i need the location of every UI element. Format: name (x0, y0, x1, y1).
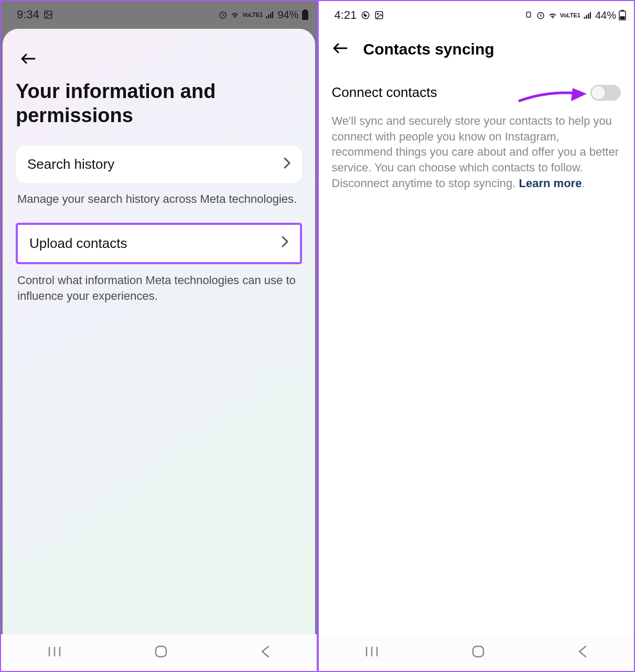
nav-back-button[interactable] (260, 644, 271, 661)
chevron-right-icon (281, 236, 288, 251)
phone-left: 9:34 VoLTE1 94% Your information and per… (0, 0, 318, 672)
image-icon (44, 10, 53, 19)
svg-rect-5 (270, 13, 271, 18)
svg-rect-19 (586, 15, 587, 19)
battery-pct: 44% (595, 9, 616, 21)
svg-rect-4 (268, 15, 270, 18)
toggle-knob (591, 85, 606, 100)
header: Contacts syncing (319, 27, 634, 74)
header-title: Contacts syncing (363, 40, 494, 58)
phone-right: 4:21 VoLTE1 44% Contacts syncing Connect… (318, 0, 636, 672)
svg-rect-7 (302, 10, 308, 20)
highlight-arrow-icon (516, 85, 589, 106)
svg-point-15 (378, 13, 379, 14)
lte-icon: VoLTE1 (242, 12, 263, 18)
search-history-label: Search history (27, 156, 114, 172)
search-history-desc: Manage your search history across Meta t… (16, 183, 302, 223)
time-text: 9:34 (17, 8, 39, 21)
settings-card: Your information and permissions Search … (3, 29, 315, 634)
wifi-icon (548, 10, 557, 20)
status-time: 4:21 (335, 8, 384, 22)
period: . (582, 177, 585, 190)
battery-icon (619, 10, 626, 20)
svg-rect-20 (588, 14, 589, 19)
svg-rect-16 (526, 12, 531, 17)
learn-more-link[interactable]: Learn more (519, 177, 582, 190)
wifi-icon (230, 10, 240, 19)
battery-pct: 94% (277, 9, 298, 21)
back-button[interactable] (332, 40, 349, 58)
svg-rect-23 (621, 10, 624, 12)
recent-apps-button[interactable] (364, 644, 379, 661)
home-button[interactable] (154, 644, 168, 661)
alarm-icon (524, 10, 533, 20)
svg-rect-28 (473, 646, 483, 657)
status-bar: 4:21 VoLTE1 44% (319, 1, 634, 27)
time-text: 4:21 (335, 8, 357, 22)
home-button[interactable] (471, 644, 486, 661)
svg-rect-18 (584, 17, 585, 19)
svg-rect-21 (590, 12, 591, 19)
connect-contacts-toggle[interactable] (590, 85, 621, 101)
alarm-icon (218, 10, 228, 19)
android-nav-bar (1, 634, 317, 671)
recent-apps-button[interactable] (47, 644, 62, 661)
svg-rect-6 (272, 12, 273, 18)
svg-rect-24 (620, 16, 625, 20)
status-time: 9:34 (17, 8, 53, 21)
svg-point-1 (46, 13, 47, 14)
svg-rect-8 (304, 9, 307, 11)
status-icons: VoLTE1 94% (218, 9, 308, 21)
back-button[interactable] (16, 45, 302, 80)
signal-icon (583, 10, 593, 20)
upload-contacts-desc: Control what information Meta technologi… (16, 264, 302, 319)
android-nav-bar (319, 634, 634, 671)
nav-back-button[interactable] (577, 644, 588, 661)
status-bar: 9:34 VoLTE1 94% (1, 1, 317, 27)
image-icon (374, 10, 384, 20)
svg-rect-12 (156, 646, 166, 657)
status-icons: VoLTE1 44% (524, 9, 626, 21)
clock-icon (536, 10, 545, 20)
signal-icon (265, 10, 275, 19)
lte-icon: VoLTE1 (560, 12, 580, 18)
whatsapp-icon (361, 10, 370, 20)
svg-rect-3 (266, 16, 267, 18)
search-history-item[interactable]: Search history (16, 146, 302, 183)
upload-contacts-label: Upload contacts (29, 235, 127, 252)
chevron-right-icon (283, 157, 290, 172)
connect-contacts-row: Connect contacts (319, 74, 634, 106)
battery-icon (302, 9, 309, 20)
connect-contacts-label: Connect contacts (332, 84, 437, 101)
upload-contacts-item[interactable]: Upload contacts (16, 223, 302, 264)
sync-description: We'll sync and securely store your conta… (319, 106, 634, 196)
page-title: Your information and permissions (16, 80, 302, 127)
